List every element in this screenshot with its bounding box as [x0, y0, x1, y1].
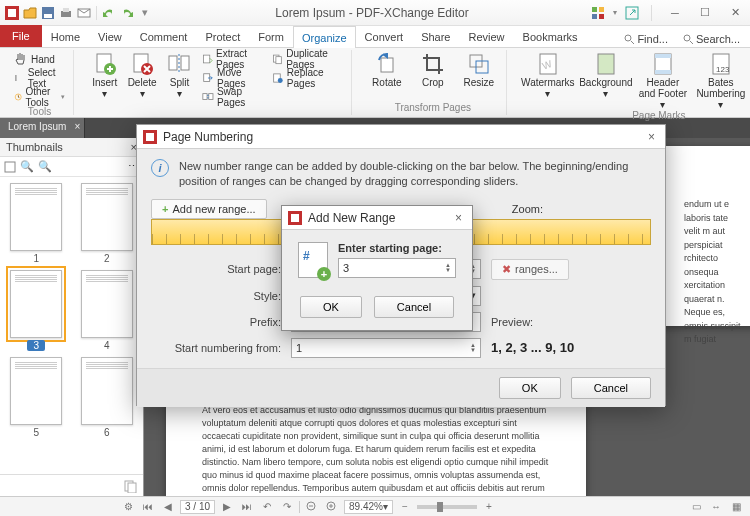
options-icon[interactable]: ⚙	[120, 500, 136, 514]
tab-organize[interactable]: Organize	[293, 26, 356, 48]
dialog-ok-button[interactable]: OK	[499, 377, 561, 399]
ui-options-icon[interactable]	[591, 6, 605, 20]
thumb-copy-icon[interactable]	[123, 479, 137, 493]
other-tools[interactable]: Other Tools▾	[12, 88, 67, 106]
add-range-button[interactable]: +Add new range...	[151, 199, 267, 219]
crop-label: Crop	[422, 77, 444, 88]
zoom-value[interactable]: 89.42% ▾	[344, 500, 393, 514]
nav-first-icon[interactable]: ⏮	[140, 500, 156, 514]
thumbnails-footer	[0, 474, 143, 496]
thumbnail-6[interactable]: 6	[77, 357, 138, 438]
undo-icon[interactable]	[101, 5, 117, 21]
launch-icon[interactable]	[625, 6, 639, 20]
thumbnails-list[interactable]: 1 2 3 4 5 6	[0, 177, 143, 474]
thumb-num: 2	[104, 253, 110, 264]
close-button[interactable]: ✕	[724, 4, 746, 22]
remove-ranges-button[interactable]: ✖ranges...	[491, 259, 569, 280]
replace-pages[interactable]: Replace Pages	[270, 69, 345, 87]
zoom-in-icon[interactable]	[324, 500, 340, 514]
open-icon[interactable]	[22, 5, 38, 21]
thumb-options-icon[interactable]	[4, 161, 16, 173]
thumbnail-5[interactable]: 5	[6, 357, 67, 438]
thumbnail-3[interactable]: 3	[6, 270, 67, 351]
tab-protect[interactable]: Protect	[196, 25, 249, 47]
tab-comment[interactable]: Comment	[131, 25, 197, 47]
start-numbering-label: Start numbering from:	[151, 342, 281, 354]
zoom-label: Zoom:	[512, 203, 543, 215]
inner-ok-button[interactable]: OK	[300, 296, 362, 318]
ui-dropdown-icon[interactable]: ▾	[613, 8, 617, 17]
fit-width-icon[interactable]: ↔	[708, 500, 724, 514]
info-icon: i	[151, 159, 169, 177]
close-tab-icon[interactable]: ×	[75, 121, 81, 132]
save-icon[interactable]	[40, 5, 56, 21]
tab-share[interactable]: Share	[412, 25, 459, 47]
move-pages[interactable]: Move Pages	[200, 69, 266, 87]
rotate-pages[interactable]: Rotate	[366, 50, 408, 88]
zoom-plus-icon[interactable]: +	[481, 500, 497, 514]
mail-icon[interactable]	[76, 5, 92, 21]
document-tab[interactable]: Lorem Ipsum×	[0, 118, 85, 138]
inner-cancel-button[interactable]: Cancel	[374, 296, 454, 318]
quick-access-toolbar: ▾	[4, 5, 153, 21]
thumbnail-1[interactable]: 1	[6, 183, 67, 264]
header-footer[interactable]: Header and Footer ▾	[637, 50, 689, 110]
delete-pages[interactable]: Delete▾	[125, 50, 158, 99]
fit-page-icon[interactable]: ▭	[688, 500, 704, 514]
svg-rect-7	[599, 7, 604, 12]
thumb-zoom-out-icon[interactable]: 🔍	[20, 160, 34, 173]
starting-page-input[interactable]: 3▲▼	[338, 258, 456, 278]
thumbnail-4[interactable]: 4	[77, 270, 138, 351]
select-text-tool[interactable]: ISelect Text	[12, 69, 67, 87]
nav-prev-icon[interactable]: ◀	[160, 500, 176, 514]
tab-review[interactable]: Review	[459, 25, 513, 47]
tab-view[interactable]: View	[89, 25, 131, 47]
zoom-slider[interactable]	[417, 505, 477, 509]
nav-fwd-icon[interactable]: ↷	[279, 500, 295, 514]
tab-bookmarks[interactable]: Bookmarks	[514, 25, 587, 47]
nav-next-icon[interactable]: ▶	[219, 500, 235, 514]
tab-convert[interactable]: Convert	[356, 25, 413, 47]
redo-icon[interactable]	[119, 5, 135, 21]
crop-pages[interactable]: Crop	[412, 50, 454, 88]
nav-back-icon[interactable]: ↶	[259, 500, 275, 514]
print-icon[interactable]	[58, 5, 74, 21]
swap-pages[interactable]: Swap Pages	[200, 88, 266, 106]
zoom-minus-icon[interactable]: −	[397, 500, 413, 514]
tab-form[interactable]: Form	[249, 25, 293, 47]
delete-label: Delete	[128, 77, 157, 88]
inner-dialog-close-icon[interactable]: ×	[451, 211, 466, 225]
svg-point-12	[684, 35, 690, 41]
watermarks[interactable]: WWatermarks▾	[521, 50, 575, 99]
file-tab[interactable]: File	[0, 25, 42, 47]
resize-pages[interactable]: Resize	[458, 50, 500, 88]
layout-icon[interactable]: ▦	[728, 500, 744, 514]
window-title: Lorem Ipsum - PDF-XChange Editor	[153, 6, 591, 20]
page-indicator[interactable]: 3 / 10	[180, 500, 215, 514]
qat-dropdown-icon[interactable]: ▾	[137, 5, 153, 21]
maximize-button[interactable]: ☐	[694, 4, 716, 22]
zoom-out-icon[interactable]	[304, 500, 320, 514]
split-pages[interactable]: Split▾	[163, 50, 196, 99]
group-pages: Insert▾ Delete▾ Split▾ Extract Pages Mov…	[82, 50, 352, 115]
bates-numbering[interactable]: 123Bates Numbering ▾	[693, 50, 749, 110]
separator	[96, 6, 97, 20]
inner-dialog-titlebar[interactable]: Add New Range ×	[282, 206, 472, 230]
dialog-close-icon[interactable]: ×	[644, 130, 659, 144]
thumb-zoom-in-icon[interactable]: 🔍	[38, 160, 52, 173]
nav-last-icon[interactable]: ⏭	[239, 500, 255, 514]
background[interactable]: Background▾	[579, 50, 633, 99]
duplicate-pages[interactable]: Duplicate Pages	[270, 50, 345, 68]
dialog-titlebar[interactable]: Page Numbering ×	[137, 125, 665, 149]
find-button[interactable]: Find...	[619, 31, 672, 47]
dialog-cancel-button[interactable]: Cancel	[571, 377, 651, 399]
insert-pages[interactable]: Insert▾	[88, 50, 121, 99]
tab-home[interactable]: Home	[42, 25, 89, 47]
search-button[interactable]: Search...	[678, 31, 744, 47]
start-numbering-input[interactable]: 1▲▼	[291, 338, 481, 358]
minimize-button[interactable]: ─	[664, 4, 686, 22]
extract-pages[interactable]: Extract Pages	[200, 50, 266, 68]
hand-tool[interactable]: Hand	[12, 50, 67, 68]
thumbnail-2[interactable]: 2	[77, 183, 138, 264]
svg-rect-6	[592, 7, 597, 12]
